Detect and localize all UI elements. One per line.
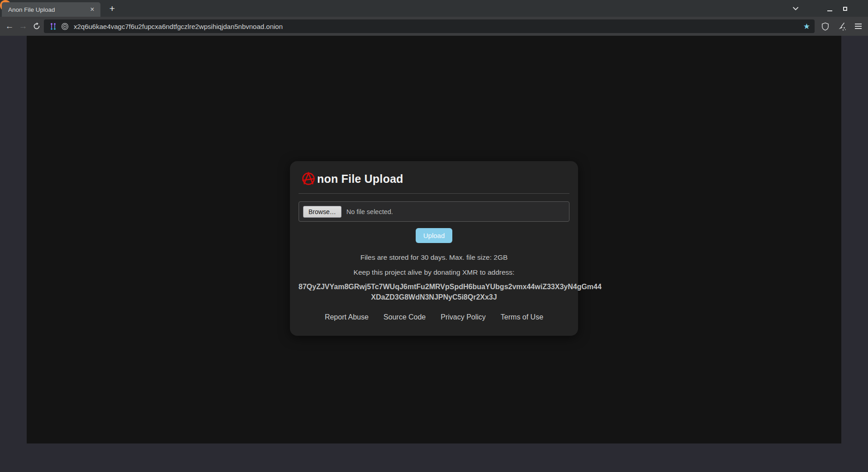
forward-button[interactable]: → — [16, 19, 30, 33]
hamburger-menu-icon — [855, 24, 862, 24]
minimize-icon — [827, 10, 832, 12]
anarchy-a-logo-icon — [301, 171, 316, 186]
reload-button[interactable] — [30, 19, 43, 33]
file-status-text: No file selected. — [346, 208, 393, 215]
back-button[interactable]: ← — [3, 19, 16, 33]
xmr-address-line-2: XDaZD3G8WdN3NJPNyC5i8Qr2Xx3J — [299, 292, 569, 302]
browser-window: Anon File Upload × + × ← → — [0, 0, 868, 472]
upload-row: Upload — [299, 228, 569, 243]
maximize-button[interactable] — [839, 3, 851, 14]
broom-icon — [837, 22, 846, 31]
security-level-button[interactable] — [819, 20, 831, 32]
terms-of-use-link[interactable]: Terms of Use — [501, 313, 543, 321]
upload-card: non File Upload Browse… No file selected… — [290, 161, 578, 336]
page-title-text: non File Upload — [317, 172, 403, 186]
source-code-link[interactable]: Source Code — [384, 313, 426, 321]
new-tab-button[interactable]: + — [106, 3, 119, 14]
tab-close-icon[interactable]: × — [88, 5, 97, 14]
maximize-icon — [843, 7, 847, 11]
file-input[interactable]: Browse… No file selected. — [299, 201, 569, 222]
bookmark-star-icon[interactable]: ★ — [803, 22, 810, 31]
storage-info-text: Files are stored for 30 days. Max. file … — [299, 253, 569, 262]
list-tabs-button[interactable] — [789, 3, 802, 14]
reload-icon — [33, 22, 41, 30]
report-abuse-link[interactable]: Report Abuse — [325, 313, 369, 321]
page-title: non File Upload — [299, 171, 569, 186]
tor-circuit-icon[interactable] — [48, 22, 57, 31]
url-text[interactable]: x2q6u6kae4vagc7f6u2fupcxa6ndtfgczlre2wps… — [74, 23, 800, 30]
onion-site-icon[interactable] — [60, 22, 69, 31]
navigation-toolbar: ← → — [0, 17, 868, 36]
xmr-address-line-1: 87QyZJVYam8GRwj5Tc7WUqJ6mtFu2MRVpSpdH6bu… — [299, 281, 569, 292]
footer-links: Report Abuse Source Code Privacy Policy … — [299, 313, 569, 321]
letterbox-area: non File Upload Browse… No file selected… — [0, 36, 868, 472]
privacy-policy-link[interactable]: Privacy Policy — [441, 313, 486, 321]
upload-button[interactable]: Upload — [416, 228, 453, 243]
xmr-address: 87QyZJVYam8GRwj5Tc7WUqJ6mtFu2MRVpSpdH6bu… — [299, 281, 569, 302]
page-content: non File Upload Browse… No file selected… — [27, 36, 841, 443]
url-bar[interactable]: x2q6u6kae4vagc7f6u2fupcxa6ndtfgczlre2wps… — [44, 19, 815, 33]
tab-title: Anon File Upload — [8, 6, 88, 13]
hamburger-menu-button[interactable] — [852, 20, 864, 32]
chevron-down-icon — [792, 5, 800, 13]
tab-bar: Anon File Upload × + × — [0, 0, 868, 17]
browse-button[interactable]: Browse… — [303, 206, 342, 218]
new-identity-button[interactable] — [835, 20, 848, 32]
tab-anon-file-upload[interactable]: Anon File Upload × — [2, 2, 100, 17]
shield-icon — [821, 22, 830, 31]
donate-prompt-text: Keep this project alive by donating XMR … — [299, 268, 569, 277]
minimize-button[interactable] — [824, 3, 835, 14]
title-divider — [299, 193, 569, 194]
